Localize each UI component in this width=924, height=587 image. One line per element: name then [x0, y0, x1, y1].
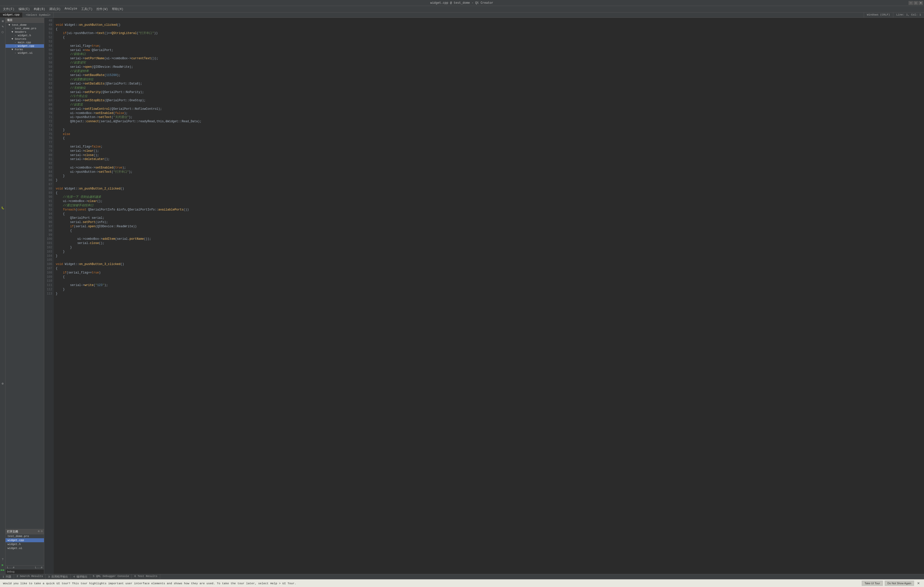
code-line[interactable]: serial->write("123");: [56, 283, 922, 288]
code-line[interactable]: if(serial_flag==true): [56, 271, 922, 275]
open-file-widget-ui[interactable]: widget.ui: [5, 546, 44, 550]
run-button[interactable]: ▶: [0, 562, 5, 567]
code-line[interactable]: void Widget::on_pushButton_clicked(): [56, 23, 922, 27]
code-line[interactable]: serial->close();: [56, 153, 922, 157]
code-line[interactable]: QObject::connect(serial,&QSerialPort::re…: [56, 119, 922, 124]
code-line[interactable]: foreach(const QSerialPortInfo &info,QSer…: [56, 208, 922, 212]
code-line[interactable]: void Widget::on_pushButton_3_clicked(): [56, 262, 922, 266]
bottom-tab-compile[interactable]: 4 编译输出: [71, 574, 90, 579]
code-line[interactable]: QSerialPort serial;: [56, 216, 922, 220]
code-line[interactable]: //先清一下 否则会越积越多: [56, 195, 922, 199]
code-line[interactable]: }: [56, 250, 922, 254]
do-not-show-button[interactable]: Do Not Show Again: [885, 581, 914, 586]
tour-close-button[interactable]: ✕: [916, 581, 921, 585]
tree-item-widget-cpp[interactable]: · widget.cpp: [5, 44, 44, 48]
bottom-tab-search[interactable]: 2 Search Results: [14, 574, 46, 579]
open-file-pro[interactable]: test_dome.pro: [5, 534, 44, 538]
menu-file[interactable]: 文件(F): [1, 7, 16, 12]
code-line[interactable]: serial_flag=false;: [56, 145, 922, 149]
code-line[interactable]: {: [56, 136, 922, 141]
code-line[interactable]: {: [56, 266, 922, 271]
code-line[interactable]: [56, 124, 922, 128]
sidebar-debug-icon[interactable]: 🐛: [0, 205, 5, 210]
code-line[interactable]: }: [56, 254, 922, 258]
menu-edit[interactable]: 编辑(E): [16, 7, 32, 12]
code-line[interactable]: //设置波特率: [56, 69, 922, 73]
take-ui-tour-button[interactable]: Take UI Tour: [862, 581, 883, 586]
code-line[interactable]: [56, 233, 922, 237]
code-line[interactable]: [56, 279, 922, 283]
maximize-button[interactable]: □: [914, 1, 918, 5]
tree-item-sources[interactable]: ▼ Sources: [5, 37, 44, 41]
tree-item-test-dome[interactable]: ▼ test_dome: [5, 23, 44, 27]
code-line[interactable]: [56, 19, 922, 23]
code-line[interactable]: //设置数据位8位: [56, 78, 922, 82]
code-line[interactable]: serial->setDataBits(QSerialPort::Data8);: [56, 82, 922, 86]
code-line[interactable]: serial =new QSerialPort;: [56, 48, 922, 53]
debug-run-button[interactable]: ▶▶: [0, 567, 5, 572]
sidebar-projects-icon[interactable]: ⊞: [0, 19, 5, 23]
code-line[interactable]: }: [56, 128, 922, 132]
code-line[interactable]: }: [56, 292, 922, 296]
code-line[interactable]: serial->setBaudRate(115200);: [56, 73, 922, 78]
code-line[interactable]: {: [56, 275, 922, 279]
code-line[interactable]: serial.setPort(info);: [56, 220, 922, 225]
code-line[interactable]: {: [56, 35, 922, 40]
tab-widget-cpp[interactable]: widget.cpp: [0, 13, 23, 18]
code-line[interactable]: }: [56, 174, 922, 178]
code-line[interactable]: serial->deleteLater();: [56, 157, 922, 162]
code-line[interactable]: ui->comboBox->setEnabled(true);: [56, 166, 922, 170]
code-line[interactable]: {: [56, 191, 922, 195]
tree-item-widget-h[interactable]: · widget.h: [5, 34, 44, 37]
code-line[interactable]: ui->pushButton->setText("关闭通信");: [56, 115, 922, 119]
code-line[interactable]: if(ui->pushButton->text()==QStringLitera…: [56, 31, 922, 35]
tree-item-widget-ui[interactable]: · widget.ui: [5, 51, 44, 55]
menu-tools[interactable]: 工具(T): [79, 7, 95, 12]
close-button[interactable]: ✕: [919, 1, 923, 5]
code-line[interactable]: [56, 182, 922, 187]
code-line[interactable]: //通过按键手动找串口: [56, 203, 922, 208]
sidebar-edit-icon[interactable]: ✎: [0, 24, 5, 29]
minimize-button[interactable]: ─: [909, 1, 913, 5]
code-line[interactable]: //1个停止位: [56, 94, 922, 99]
bottom-tab-qml-debug[interactable]: 5 QML Debugger Console: [90, 574, 132, 579]
code-line[interactable]: else: [56, 132, 922, 137]
sidebar-help-icon[interactable]: ?: [0, 557, 5, 562]
bottom-tab-tests[interactable]: 6 Test Results: [132, 574, 160, 579]
code-line[interactable]: serial->setPortName(ui->comboBox->curren…: [56, 56, 922, 61]
code-line[interactable]: serial->setStopBits(QSerialPort::OneStop…: [56, 99, 922, 103]
tab-select-symbol[interactable]: <Select Symbol>: [23, 13, 54, 18]
code-line[interactable]: //设置读写: [56, 61, 922, 65]
code-line[interactable]: serial->setFlowControl(QSerialPort::NoFl…: [56, 107, 922, 111]
code-line[interactable]: serial->setParity(QSerialPort::NoParity)…: [56, 90, 922, 94]
code-line[interactable]: {: [56, 229, 922, 233]
code-line[interactable]: [56, 162, 922, 166]
code-line[interactable]: serial->clear();: [56, 149, 922, 153]
code-line[interactable]: [56, 40, 922, 44]
code-line[interactable]: ui->comboBox->clear();: [56, 199, 922, 203]
code-line[interactable]: }: [56, 178, 922, 182]
code-line[interactable]: {: [56, 212, 922, 216]
code-line[interactable]: //获取串口: [56, 52, 922, 56]
code-line[interactable]: void Widget::on_pushButton_2_clicked(): [56, 187, 922, 191]
menu-analyze[interactable]: Analyze: [63, 7, 79, 12]
tree-item-pro[interactable]: · test_dome.pro: [5, 27, 44, 30]
code-line[interactable]: ui->comboBox->addItem(serial.portName())…: [56, 237, 922, 241]
menu-help[interactable]: 帮助(H): [110, 7, 125, 12]
code-line[interactable]: //设置流: [56, 103, 922, 107]
code-editor[interactable]: void Widget::on_pushButton_clicked(){ if…: [54, 18, 924, 574]
sidebar-design-icon[interactable]: ⬡: [0, 30, 5, 34]
code-line[interactable]: ui->comboBox->setEnabled(false);: [56, 111, 922, 116]
code-line[interactable]: }: [56, 288, 922, 292]
bottom-tab-app-output[interactable]: 3 应用程序输出: [46, 574, 71, 579]
code-line[interactable]: if(serial.open(QIODevice::ReadWrite)): [56, 225, 922, 229]
tree-item-headers[interactable]: ▼ Headers: [5, 30, 44, 34]
code-line[interactable]: [56, 258, 922, 262]
code-line[interactable]: serial_flag=true;: [56, 44, 922, 48]
menu-debug[interactable]: 调试(D): [47, 7, 63, 12]
tree-item-main-cpp[interactable]: · main.cpp: [5, 41, 44, 44]
open-file-widget-cpp[interactable]: widget.cpp: [5, 538, 44, 542]
bottom-tab-issues[interactable]: 1 问题: [0, 574, 14, 579]
menu-widgets[interactable]: 控件(W): [94, 7, 110, 12]
code-line[interactable]: serial.close();: [56, 241, 922, 245]
